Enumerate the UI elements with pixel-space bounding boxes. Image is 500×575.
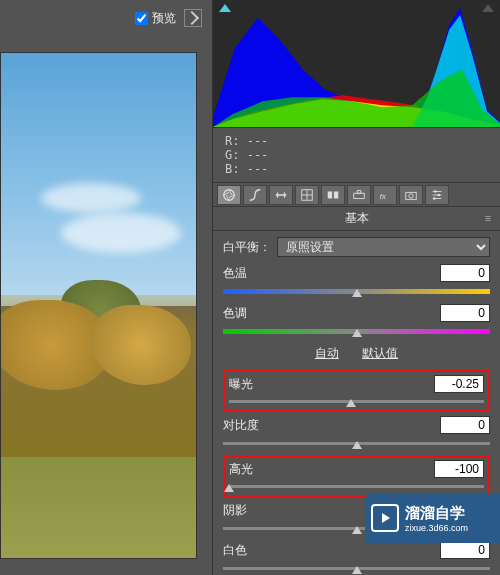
tint-label: 色调 [223,305,267,322]
temp-label: 色温 [223,265,267,282]
highlight-slider[interactable] [229,478,484,492]
svg-point-0 [224,189,235,200]
svg-point-15 [437,193,440,196]
contrast-row: 对比度 0 [223,415,490,449]
svg-rect-5 [334,191,338,198]
contrast-slider[interactable] [223,435,490,449]
readout-g: G: --- [225,148,488,162]
fx-icon[interactable]: fx [373,185,397,205]
highlight-highlight: 高光 -100 [223,455,490,497]
watermark-title: 溜溜自学 [405,504,468,523]
shadow-label: 阴影 [223,502,267,519]
tint-value[interactable]: 0 [440,304,490,322]
white-label: 白色 [223,542,267,559]
split-icon[interactable] [321,185,345,205]
presets-icon[interactable] [425,185,449,205]
highlight-clip-indicator[interactable] [482,4,494,12]
exposure-value[interactable]: -0.25 [434,375,484,393]
readout-r: R: --- [225,134,488,148]
rgb-readout: R: --- G: --- B: --- [213,128,500,183]
preview-label: 预览 [152,10,176,27]
panel-title-bar: 基本 [213,207,500,231]
svg-rect-7 [357,190,361,193]
white-row: 白色 0 [223,540,490,574]
camera-icon[interactable] [399,185,423,205]
hsl-icon[interactable] [295,185,319,205]
histogram[interactable] [213,0,500,128]
slider-thumb[interactable] [352,329,362,337]
preview-checkbox-label[interactable]: 预览 [135,10,176,27]
highlight-label: 高光 [229,461,273,478]
wb-label: 白平衡： [223,239,271,256]
svg-point-10 [409,193,413,197]
wb-row: 白平衡： 原照设置 [223,237,490,257]
panel-menu-icon[interactable] [482,211,494,223]
white-slider[interactable] [223,560,490,574]
watermark: 溜溜自学 zixue.3d66.com [365,493,500,543]
top-toolbar: 预览 [0,0,210,36]
panel-title: 基本 [345,211,369,225]
export-icon[interactable] [184,9,202,27]
exposure-highlight: 曝光 -0.25 [223,370,490,412]
slider-thumb[interactable] [346,399,356,407]
right-panel: R: --- G: --- B: --- fx 基本 白平衡： 原照设置 色温 [212,0,500,575]
slider-thumb[interactable] [224,484,234,492]
wb-select[interactable]: 原照设置 [277,237,490,257]
slider-thumb[interactable] [352,289,362,297]
svg-rect-6 [354,193,365,198]
curves-icon[interactable] [243,185,267,205]
default-link[interactable]: 默认值 [362,346,398,360]
contrast-value[interactable]: 0 [440,416,490,434]
slider-thumb[interactable] [352,566,362,574]
temp-slider[interactable] [223,283,490,297]
temp-value[interactable]: 0 [440,264,490,282]
auto-link[interactable]: 自动 [315,346,339,360]
highlight-value[interactable]: -100 [434,460,484,478]
white-value[interactable]: 0 [440,541,490,559]
aperture-icon[interactable] [217,185,241,205]
lens-icon[interactable] [347,185,371,205]
svg-text:fx: fx [380,191,387,200]
shadow-clip-indicator[interactable] [219,4,231,12]
svg-point-14 [434,190,437,193]
exposure-label: 曝光 [229,376,273,393]
left-panel: 预览 [0,0,210,575]
slider-thumb[interactable] [352,441,362,449]
tint-row: 色调 0 [223,303,490,337]
watermark-sub: zixue.3d66.com [405,523,468,533]
readout-b: B: --- [225,162,488,176]
image-preview [0,52,197,559]
detail-icon[interactable] [269,185,293,205]
contrast-label: 对比度 [223,417,267,434]
svg-rect-4 [328,191,332,198]
svg-point-16 [433,197,436,200]
icon-bar: fx [213,183,500,207]
temp-row: 色温 0 [223,263,490,297]
histogram-svg [213,0,500,127]
auto-links: 自动 默认值 [223,345,490,362]
slider-thumb[interactable] [352,526,362,534]
play-icon [371,504,399,532]
exposure-slider[interactable] [229,393,484,407]
tint-slider[interactable] [223,323,490,337]
preview-checkbox[interactable] [135,12,148,25]
svg-marker-17 [382,513,390,523]
